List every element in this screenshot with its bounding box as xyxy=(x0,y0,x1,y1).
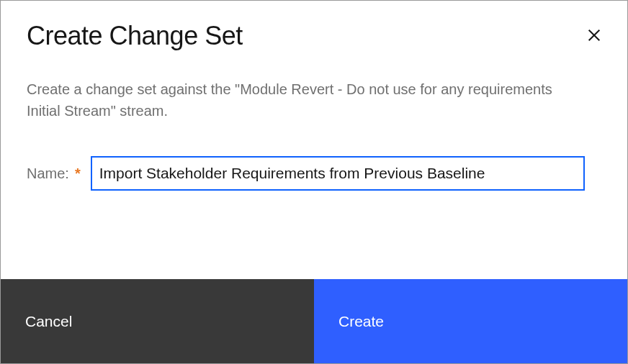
cancel-button[interactable]: Cancel xyxy=(1,279,314,363)
close-icon xyxy=(586,27,602,43)
name-label: Name: xyxy=(27,165,69,182)
close-button[interactable] xyxy=(584,25,604,45)
dialog-header: Create Change Set xyxy=(1,1,627,51)
dialog-description: Create a change set against the "Module … xyxy=(27,78,588,122)
dialog-title: Create Change Set xyxy=(27,21,243,51)
dialog-footer: Cancel Create xyxy=(1,279,627,363)
dialog-body: Create a change set against the "Module … xyxy=(1,51,627,279)
name-field-row: Name: * xyxy=(27,156,601,191)
required-asterisk: * xyxy=(75,165,81,182)
create-button[interactable]: Create xyxy=(314,279,627,363)
name-input[interactable] xyxy=(91,156,585,191)
